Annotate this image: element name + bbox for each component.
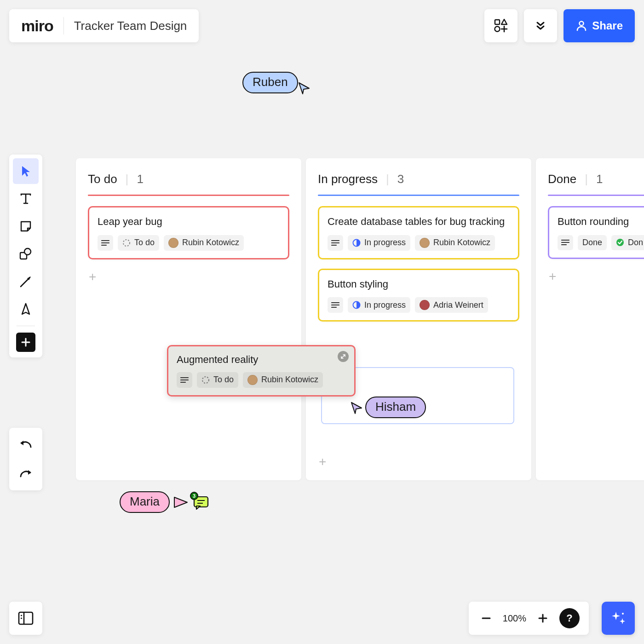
description-chip[interactable] [328, 297, 343, 313]
lines-icon [331, 240, 339, 246]
column-title: To do [88, 172, 117, 186]
header-right: Share [484, 9, 635, 42]
card-title: Button rounding [558, 215, 644, 229]
history-toolbar [9, 428, 42, 490]
column-title: In progress [318, 172, 378, 186]
ai-assist-button[interactable] [602, 602, 635, 635]
status-chip[interactable]: Done [578, 235, 607, 250]
status-inprogress-icon [352, 301, 361, 309]
description-chip[interactable] [558, 235, 573, 250]
share-label: Share [592, 19, 623, 32]
status-chip[interactable]: To do [197, 372, 238, 388]
status-chip[interactable]: In progress [348, 235, 410, 251]
cursor-icon [19, 165, 32, 178]
column-count: 1 [596, 172, 603, 186]
undo-icon [19, 439, 33, 450]
apps-icon [494, 19, 508, 33]
chevrons-down-icon [535, 20, 546, 31]
assignee-chip[interactable]: Rubin Kotowicz [243, 372, 323, 388]
text-icon [19, 192, 33, 206]
sticky-note-icon [19, 220, 32, 233]
card-button-styling[interactable]: Button styling In progress Adria Weinert [318, 269, 519, 322]
column-count: 1 [137, 172, 143, 186]
column-rule [318, 195, 519, 196]
svg-marker-35 [351, 402, 362, 414]
column-todo: To do | 1 Leap year bug To do Rubin Koto… [76, 158, 301, 480]
svg-point-2 [495, 27, 500, 32]
status-done-chip[interactable]: Don [611, 235, 644, 250]
share-button[interactable]: Share [564, 9, 635, 42]
card-button-rounding[interactable]: Button rounding Done Don [548, 206, 644, 259]
zoom-level[interactable]: 100% [503, 613, 526, 624]
pen-tool[interactable] [13, 296, 39, 322]
miro-logo[interactable]: miro [21, 17, 53, 35]
svg-point-44 [21, 617, 22, 619]
expand-icon[interactable] [338, 351, 349, 362]
undo-button[interactable] [13, 431, 39, 457]
column-header[interactable]: Done | 1 [548, 172, 644, 186]
card-title: Create database tables for bug tracking [328, 215, 510, 229]
card-title: Augmented reality [177, 353, 346, 367]
collaborator-label: Ruben [242, 72, 298, 93]
description-chip[interactable] [328, 235, 343, 251]
shape-tool[interactable] [13, 241, 39, 267]
assignee-chip[interactable]: Rubin Kotowicz [415, 235, 495, 251]
help-button[interactable]: ? [559, 608, 580, 628]
column-done: Done | 1 Button rounding Done Don + [536, 158, 644, 480]
cursor-icon [350, 401, 364, 415]
column-header[interactable]: In progress | 3 [318, 172, 519, 186]
panel-toggle-button[interactable] [9, 602, 42, 635]
description-chip[interactable] [177, 372, 192, 388]
lines-icon [101, 240, 109, 246]
status-chip[interactable]: To do [118, 235, 159, 251]
svg-marker-13 [28, 470, 31, 475]
assignee-chip[interactable]: Adria Weinert [415, 297, 488, 313]
svg-point-7 [24, 248, 31, 255]
select-tool[interactable] [13, 158, 39, 184]
divider [63, 17, 64, 34]
redo-icon [19, 468, 33, 479]
header-left: miro Tracker Team Design [9, 9, 199, 42]
redo-button[interactable] [13, 461, 39, 487]
arrow-icon [19, 275, 33, 288]
zoom-out-button[interactable] [478, 610, 494, 627]
lines-icon [561, 239, 569, 246]
add-card-button[interactable]: + [318, 454, 332, 470]
description-chip[interactable] [98, 235, 113, 251]
arrow-tool[interactable] [13, 269, 39, 294]
collaborator-label: Maria [120, 491, 170, 513]
column-rule [548, 195, 644, 196]
avatar-icon [420, 300, 430, 310]
comment-count-badge: 3 [190, 492, 198, 500]
card-create-database[interactable]: Create database tables for bug tracking … [318, 206, 519, 259]
svg-marker-36 [174, 497, 187, 507]
svg-point-43 [21, 615, 22, 616]
more-tools-button[interactable] [16, 333, 35, 352]
sticky-tool[interactable] [13, 213, 39, 239]
add-card-button[interactable]: + [548, 268, 562, 285]
status-chip[interactable]: In progress [348, 297, 410, 313]
collapse-button[interactable] [524, 9, 557, 42]
card-dragging[interactable]: Augmented reality To do Rubin Kotowicz [167, 345, 356, 397]
status-inprogress-icon [352, 239, 361, 247]
assignee-chip[interactable]: Rubin Kotowicz [164, 235, 244, 251]
text-tool[interactable] [13, 186, 39, 212]
svg-point-33 [202, 377, 209, 383]
cursor-icon [297, 81, 312, 96]
svg-marker-1 [501, 19, 507, 24]
svg-marker-34 [299, 83, 309, 94]
lines-icon [180, 377, 189, 383]
column-rule [88, 195, 289, 196]
status-todo-icon [201, 376, 210, 384]
column-header[interactable]: To do | 1 [88, 172, 289, 186]
card-leap-year-bug[interactable]: Leap year bug To do Rubin Kotowicz [88, 206, 289, 259]
board-title[interactable]: Tracker Team Design [74, 19, 187, 33]
lines-icon [331, 302, 339, 308]
collaborator-ruben: Ruben [242, 69, 312, 96]
comment-bubble[interactable]: 3 [193, 494, 209, 510]
svg-point-29 [616, 239, 624, 246]
minus-icon [481, 613, 492, 624]
apps-button[interactable] [484, 9, 518, 42]
zoom-in-button[interactable] [535, 610, 551, 627]
add-card-button[interactable]: + [88, 269, 102, 285]
